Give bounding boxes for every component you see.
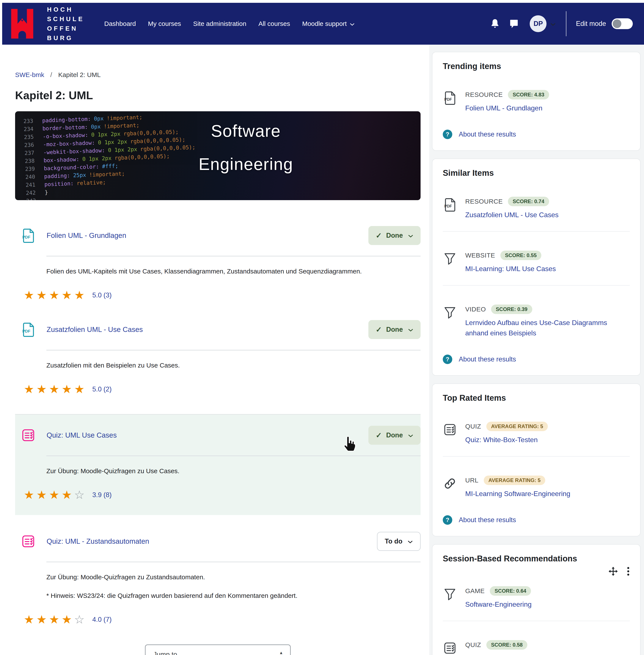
activity-quiz-uml-zustandsautomaten: Quiz: UML - Zustandsautomaten To do Zur … [15,532,420,626]
section-banner-image: 233padding-bottom:0px!important; 234bord… [15,111,420,200]
quiz-icon [443,641,457,655]
star-icon-empty[interactable]: ☆ [74,488,87,502]
score-badge: SCORE: 0.64 [490,586,531,596]
star-icon-empty[interactable]: ☆ [74,613,87,626]
activity-note: * Hinweis: WS23/24: die Quizfragen wurde… [46,592,420,599]
course-content: SWE-bmk / Kapitel 2: UML Kapitel 2: UML … [15,71,420,655]
rating-row[interactable]: ★★★★ ☆ 3.9 (8) [24,488,420,502]
card-title: Similar Items [443,168,630,178]
activity-description: Zusatzfolien mit den Beispielen zu Use C… [46,362,420,369]
link-icon [443,476,457,491]
item-type-label: RESOURCE [465,198,503,205]
rating-row[interactable]: ★★★★★ 5.0 (2) [24,382,420,396]
select-arrows-icon: ▴▾ [280,651,282,655]
item-type-label: QUIZ [465,641,481,649]
edit-mode-toggle[interactable] [612,18,633,29]
item-type-label: RESOURCE [465,91,503,98]
average-rating-badge: AVERAGE RATING: 5 [484,475,546,485]
svg-text:PDF: PDF [444,204,452,208]
breadcrumb-separator: / [50,71,52,78]
star-icons-filled[interactable]: ★★★★ [24,613,74,626]
nav-my-courses[interactable]: My courses [148,20,181,27]
breadcrumb-course-link[interactable]: SWE-bmk [15,71,44,78]
recommendations-sidebar: Trending items PDF RESOURCE SCORE: 4.83 … [429,45,644,655]
star-icons-filled[interactable]: ★★★★★ [24,382,87,396]
svg-text:PDF: PDF [22,235,30,239]
activity-description: Folien des UML-Kapitels mit Use Cases, K… [46,268,420,275]
item-type-label: URL [465,477,479,484]
quiz-icon [443,422,457,437]
rating-row[interactable]: ★★★★★ 5.0 (3) [24,288,420,302]
notifications-button[interactable] [490,19,500,29]
list-item: PDF RESOURCE SCORE: 0.74 Zusatzfolien UM… [443,197,630,220]
status-label: Done [386,431,403,439]
mouse-cursor-icon [341,435,357,452]
nav-moodle-support[interactable]: Moodle support [302,20,354,27]
completion-status-button[interactable]: ✓ Done [368,426,420,445]
card-title: Session-Based Recommendations [443,554,630,563]
item-link[interactable]: MI-Learning Software-Engineering [465,489,570,499]
svg-text:PDF: PDF [22,329,30,333]
funnel-icon [443,305,457,320]
rating-value: 4.0 (7) [92,616,112,624]
quiz-icon [21,534,36,549]
jump-to-select[interactable]: Jump to... ▴▾ [145,645,291,655]
nav-all-courses[interactable]: All courses [258,20,290,27]
star-icons-filled[interactable]: ★★★★ [24,488,74,502]
activity-link[interactable]: Quiz: UML - Zustandsautomaten [47,537,149,545]
rating-value: 5.0 (2) [92,385,112,393]
about-results-row[interactable]: ? About these results [443,515,630,525]
quiz-icon [21,428,36,443]
item-link[interactable]: MI-Learning: UML Use Cases [465,263,556,274]
user-menu-chevron-icon[interactable] [550,23,556,26]
item-link[interactable]: Quiz: UML Klassendiagramme - Modellierun… [465,653,604,655]
pdf-icon: PDF [21,322,36,337]
user-avatar[interactable]: DP [530,15,547,32]
list-item: PDF RESOURCE SCORE: 4.83 Folien UML - Gr… [443,90,630,113]
completion-status-button[interactable]: ✓ Done [368,320,420,339]
about-results-link[interactable]: About these results [459,355,516,363]
activity-link[interactable]: Zusatzfolien UML - Use Cases [47,325,143,334]
item-link[interactable]: Quiz: White-Box-Testen [465,435,548,445]
status-label: Done [386,232,403,239]
list-item: GAME SCORE: 0.64 Software-Engineering [443,586,630,609]
previous-section-arrow-icon[interactable]: ← [18,649,29,655]
nav-moodle-support-label: Moodle support [302,20,347,27]
star-icons-filled[interactable]: ★★★★★ [24,288,87,302]
chevron-down-icon [408,328,413,332]
move-icon[interactable] [608,566,618,576]
top-rated-items-card: Top Rated Items QUIZ AVERAGE RATING: 5 Q… [432,383,641,536]
activity-link[interactable]: Quiz: UML Use Cases [47,431,117,439]
svg-text:PDF: PDF [444,97,452,101]
breadcrumb-current: Kapitel 2: UML [58,71,101,78]
score-badge: SCORE: 4.83 [508,90,549,99]
next-section-arrow-icon[interactable]: → [407,649,418,655]
breadcrumb: SWE-bmk / Kapitel 2: UML [15,71,420,78]
about-results-link[interactable]: About these results [459,131,516,138]
similar-items-card: Similar Items PDF RESOURCE SCORE: 0.74 Z… [432,159,641,376]
kebab-menu-icon[interactable] [627,566,630,576]
nav-site-administration[interactable]: Site administration [193,20,246,27]
nav-dashboard[interactable]: Dashboard [104,20,136,27]
chat-icon [509,19,519,28]
messages-button[interactable] [509,19,519,28]
activity-description: Zur Übung: Moodle-Quizfragen zu Zustands… [46,574,420,581]
about-results-row[interactable]: ? About these results [443,355,630,364]
divider [46,562,420,562]
activity-link[interactable]: Folien UML - Grundlagen [47,231,126,240]
item-link[interactable]: Folien UML - Grundlagen [465,103,549,113]
about-results-row[interactable]: ? About these results [443,130,630,139]
rating-row[interactable]: ★★★★ ☆ 4.0 (7) [24,613,420,626]
average-rating-badge: AVERAGE RATING: 5 [486,422,548,431]
divider [443,621,630,621]
toggle-knob [613,19,621,28]
item-link[interactable]: Software-Engineering [465,599,532,609]
university-logo[interactable]: HOCH SCHULE OFFEN BURG [9,5,84,43]
chevron-down-icon [408,234,413,238]
item-link[interactable]: Lernvideo Aufbau eines Use-Case Diagramm… [465,318,630,338]
completion-status-button[interactable]: ✓ Done [368,226,420,245]
about-results-link[interactable]: About these results [459,516,516,524]
item-link[interactable]: Zusatzfolien UML - Use Cases [465,210,558,220]
completion-status-button[interactable]: To do [377,532,420,551]
check-icon: ✓ [376,325,382,334]
